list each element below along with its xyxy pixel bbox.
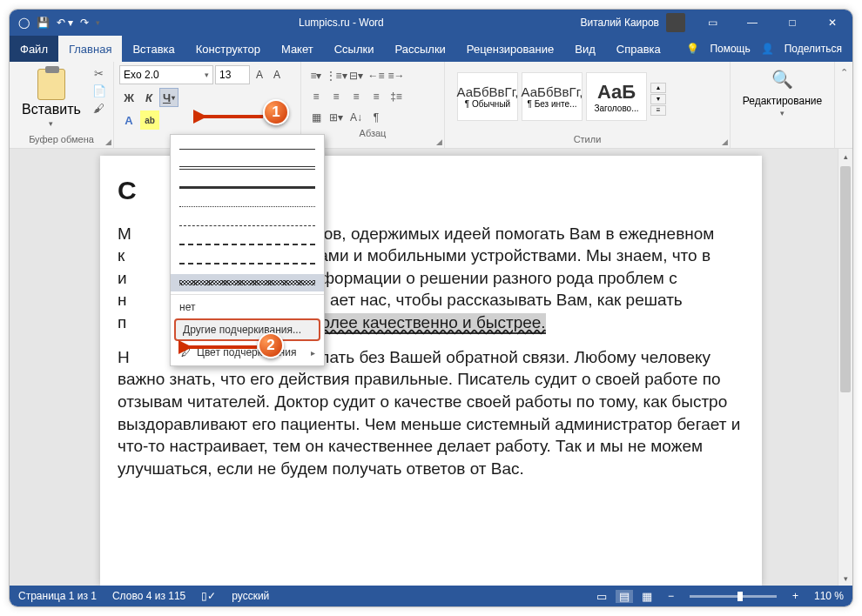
language-indicator[interactable]: русский — [232, 590, 269, 602]
align-right-button[interactable]: ≡ — [347, 88, 366, 105]
bullets-button[interactable]: ≡▾ — [306, 67, 326, 84]
tab-layout[interactable]: Макет — [271, 36, 324, 62]
sort-button[interactable]: A↓ — [347, 109, 366, 126]
style-no-spacing[interactable]: АаБбВвГг, ¶ Без инте... — [522, 72, 583, 121]
format-painter-icon[interactable]: 🖌 — [91, 100, 107, 116]
font-name-combo[interactable]: Exo 2.0 ▾ — [119, 65, 213, 84]
word-count[interactable]: Слово 4 из 115 — [112, 590, 185, 602]
tab-help[interactable]: Справка — [606, 36, 671, 62]
show-marks-button[interactable]: ¶ — [367, 109, 386, 126]
underline-style-dashlong[interactable] — [179, 236, 315, 253]
paragraph-group-label: Абзац — [306, 126, 439, 138]
web-layout-icon[interactable]: ▦ — [642, 590, 652, 603]
ribbon-tabs: Файл Главная Вставка Конструктор Макет С… — [10, 36, 852, 62]
user-name[interactable]: Виталий Каиров — [580, 17, 659, 29]
styles-launcher[interactable]: ◢ — [722, 137, 728, 146]
line-spacing-button[interactable]: ‡≡ — [387, 88, 406, 105]
scroll-down-icon[interactable]: ▾ — [838, 571, 852, 586]
page-indicator[interactable]: Страница 1 из 1 — [18, 590, 97, 602]
tab-insert[interactable]: Вставка — [122, 36, 185, 62]
style-preview: АаБбВвГг, — [522, 84, 583, 99]
numbering-button[interactable]: ⋮≡▾ — [327, 67, 346, 84]
style-name: ¶ Обычный — [465, 99, 510, 109]
undo-icon[interactable]: ↶ ▾ — [57, 17, 73, 29]
print-layout-icon[interactable]: ▤ — [616, 590, 633, 603]
document-area: С Мhidden hidden hidden hidтов, одержимы… — [10, 149, 852, 586]
copy-icon[interactable]: 📄 — [91, 83, 107, 98]
bold-button[interactable]: Ж — [119, 88, 138, 107]
tell-me-icon: 💡 — [686, 43, 699, 55]
zoom-out-button[interactable]: − — [668, 590, 674, 602]
underline-style-single[interactable] — [179, 140, 315, 157]
italic-button[interactable]: К — [139, 88, 158, 107]
zoom-level[interactable]: 110 % — [814, 590, 844, 602]
close-button[interactable]: ✕ — [812, 10, 852, 36]
underline-none[interactable]: нет — [171, 298, 324, 317]
read-mode-icon[interactable]: ▭ — [596, 590, 607, 603]
vertical-scrollbar[interactable]: ▴ ▾ — [838, 149, 852, 586]
style-heading[interactable]: АаБ Заголово... — [586, 72, 647, 121]
grow-font-button[interactable]: A — [252, 65, 267, 84]
highlight-button[interactable]: ab — [140, 110, 159, 130]
font-name-value: Exo 2.0 — [124, 69, 159, 81]
find-icon[interactable]: 🔍 — [771, 69, 793, 90]
tab-references[interactable]: Ссылки — [324, 36, 385, 62]
increase-indent-button[interactable]: ≡→ — [387, 67, 406, 84]
minimize-button[interactable]: — — [732, 10, 772, 36]
paste-label: Вставить — [22, 102, 81, 117]
shading-button[interactable]: ▦ — [306, 109, 326, 126]
scroll-thumb[interactable] — [840, 166, 851, 392]
clipboard-launcher[interactable]: ◢ — [105, 137, 111, 146]
paragraph-launcher[interactable]: ◢ — [436, 137, 442, 146]
underline-style-dashed[interactable] — [179, 217, 315, 234]
annotation-arrow-1 — [193, 108, 267, 125]
window-title: Lumpics.ru - Word — [109, 17, 573, 29]
editing-label[interactable]: Редактирование — [743, 95, 822, 107]
tab-file[interactable]: Файл — [10, 36, 58, 62]
decrease-indent-button[interactable]: ←≡ — [367, 67, 386, 84]
user-avatar[interactable] — [666, 13, 685, 32]
underline-button[interactable]: Ч▾ — [159, 88, 178, 107]
tab-design[interactable]: Конструктор — [185, 36, 271, 62]
style-normal[interactable]: АаБбВвГг, ¶ Обычный — [457, 72, 518, 121]
cut-icon[interactable]: ✂ — [91, 65, 107, 81]
zoom-slider[interactable] — [690, 595, 777, 598]
tab-review[interactable]: Рецензирование — [456, 36, 564, 62]
multilevel-button[interactable]: ⊟▾ — [347, 67, 366, 84]
tell-me[interactable]: Помощь — [710, 43, 750, 55]
save-icon[interactable]: 💾 — [37, 17, 50, 29]
selected-underlined-text[interactable]: более качественно и быстрее. — [312, 313, 546, 334]
underline-style-dotted[interactable] — [179, 198, 315, 215]
tab-view[interactable]: Вид — [564, 36, 606, 62]
align-center-button[interactable]: ≡ — [327, 88, 346, 105]
redo-icon[interactable]: ↷ — [80, 17, 89, 29]
underline-style-dashdot[interactable] — [179, 255, 315, 272]
align-left-button[interactable]: ≡ — [306, 88, 326, 105]
tab-mailings[interactable]: Рассылки — [384, 36, 455, 62]
collapse-ribbon-button[interactable]: ⌃ — [840, 67, 848, 78]
styles-scroll[interactable]: ▴▾≡ — [650, 72, 666, 125]
underline-style-double[interactable] — [179, 159, 315, 177]
maximize-button[interactable]: □ — [772, 10, 812, 36]
proofing-icon[interactable]: ▯✓ — [201, 590, 216, 602]
autosave-toggle[interactable]: ◯ — [18, 17, 30, 29]
style-preview: АаБбВвГг, — [457, 84, 519, 99]
zoom-in-button[interactable]: + — [792, 590, 798, 602]
text-effects-button[interactable]: A — [119, 110, 138, 130]
shrink-font-button[interactable]: A — [269, 65, 285, 84]
justify-button[interactable]: ≡ — [367, 88, 386, 105]
ribbon-display-button[interactable]: ▭ — [692, 10, 732, 36]
underline-style-thick[interactable] — [179, 178, 315, 196]
submenu-arrow-icon: ▸ — [311, 348, 315, 358]
underline-style-wavy[interactable] — [171, 274, 324, 291]
scroll-up-icon[interactable]: ▴ — [838, 149, 852, 164]
paste-button[interactable]: Вставить ▾ — [15, 65, 88, 132]
tab-home[interactable]: Главная — [58, 36, 122, 62]
more-underlines[interactable]: Другие подчеркивания... — [174, 318, 320, 341]
qat-more[interactable]: ▾ — [96, 18, 100, 27]
share-button[interactable]: Поделиться — [785, 43, 842, 55]
font-size-combo[interactable]: 13 — [215, 65, 250, 84]
style-preview: АаБ — [597, 81, 636, 104]
borders-button[interactable]: ⊞▾ — [327, 109, 346, 126]
clipboard-group-label: Буфер обмена — [15, 132, 108, 144]
